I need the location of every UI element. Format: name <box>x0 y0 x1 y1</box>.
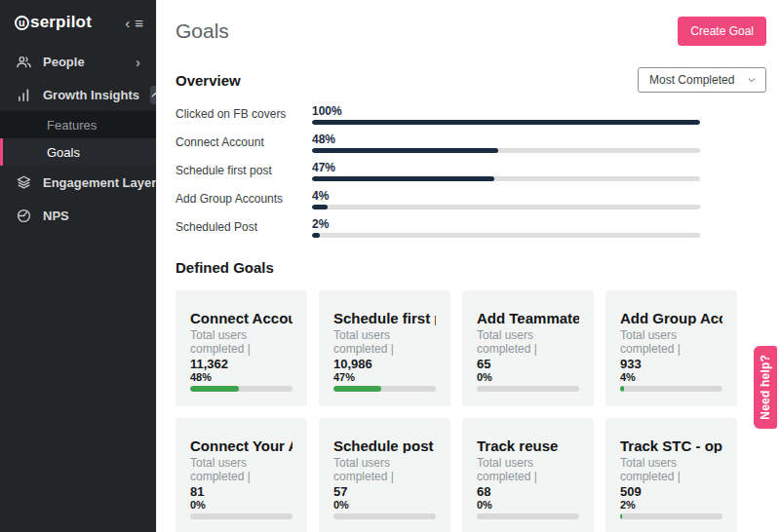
bar: 47% <box>312 161 700 181</box>
goal-card-subtitle: Total users completed | <box>620 456 722 483</box>
goal-percent: 0% <box>477 371 579 383</box>
need-help-tab[interactable]: Need help? <box>754 346 777 429</box>
sidebar-item-growth-insights[interactable]: Growth Insights <box>0 78 156 111</box>
goal-progress: 47% <box>333 371 436 392</box>
progress-track <box>620 513 722 519</box>
goal-progress: 4% <box>620 371 722 392</box>
need-help-label: Need help? <box>759 355 772 420</box>
sidebar-item-goals[interactable]: Goals <box>0 138 156 166</box>
goal-card[interactable]: Track STC - open Total users completed |… <box>605 418 737 532</box>
sidebar-header: userpilot ‹ ≡ <box>0 0 156 45</box>
goal-card-title: Track reuse <box>477 437 579 453</box>
bar-row: Add Group Accounts 4% <box>176 189 700 209</box>
goal-card[interactable]: Track reuse Total users completed | 68 0… <box>462 418 594 532</box>
bar-track <box>312 233 700 238</box>
goal-card[interactable]: Connect Account Total users completed | … <box>176 290 307 406</box>
goal-percent: 4% <box>620 371 722 383</box>
progress-fill <box>620 386 624 392</box>
sidebar-item-engagement-layer[interactable]: Engagement Layer › <box>0 166 156 199</box>
bar: 2% <box>312 217 700 238</box>
sidebar-item-people[interactable]: People › <box>0 45 156 78</box>
bar-label: Schedule first post <box>176 164 312 181</box>
bar-chart-icon <box>15 86 32 103</box>
goal-card-title: Connect Your Acc... <box>190 437 292 453</box>
bar-fill <box>312 148 498 153</box>
gauge-icon <box>15 207 32 224</box>
progress-track <box>333 513 436 519</box>
bar: 4% <box>312 189 700 209</box>
collapse-arrow-icon: ‹ <box>125 16 130 30</box>
goal-progress: 0% <box>477 371 579 392</box>
progress-fill <box>620 513 622 519</box>
defined-goals-heading: Defined Goals <box>176 259 766 276</box>
bar-label: Add Group Accounts <box>176 192 312 209</box>
chevron-down-icon <box>747 75 757 85</box>
goal-card[interactable]: Add Teammates Total users completed | 65… <box>462 290 594 406</box>
goal-card-total: 11,362 <box>190 357 292 371</box>
sidebar-item-label: Engagement Layer <box>43 175 156 190</box>
progress-track <box>477 513 579 519</box>
goal-percent: 0% <box>190 499 292 511</box>
userpilot-logo: userpilot <box>15 13 92 32</box>
sort-dropdown[interactable]: Most Completed <box>638 67 766 93</box>
bar-label: Clicked on FB covers <box>176 107 312 125</box>
bar: 100% <box>312 104 700 125</box>
bar: 48% <box>312 133 700 153</box>
bar-label: Connect Account <box>176 135 312 153</box>
goal-card[interactable]: Connect Your Acc... Total users complete… <box>176 418 307 532</box>
goal-card[interactable]: Schedule first po... Total users complet… <box>319 290 450 406</box>
sidebar-item-label: Goals <box>47 145 80 160</box>
bar-value: 4% <box>312 189 700 203</box>
goal-card-subtitle: Total users completed | <box>190 328 292 356</box>
goal-percent: 47% <box>333 371 436 383</box>
sidebar-collapse-button[interactable]: ‹ ≡ <box>125 16 143 30</box>
goal-card-title: Add Group Accou... <box>620 310 722 325</box>
sidebar-item-nps[interactable]: NPS <box>0 199 156 232</box>
goal-card-total: 81 <box>190 484 292 499</box>
goal-progress: 2% <box>620 499 722 519</box>
create-goal-button[interactable]: Create Goal <box>678 17 766 46</box>
goal-card-subtitle: Total users completed | <box>190 456 292 483</box>
progress-track <box>477 386 579 392</box>
bar-label: Scheduled Post <box>176 220 312 238</box>
sidebar-nav: People › Growth Insights Features Goals <box>0 45 156 232</box>
overview-heading: Overview <box>176 72 241 89</box>
goal-progress: 0% <box>190 499 292 519</box>
sidebar-item-features[interactable]: Features <box>0 111 156 138</box>
logo-u-icon: u <box>15 16 29 30</box>
goal-card-subtitle: Total users completed | <box>620 328 722 356</box>
sidebar: userpilot ‹ ≡ People › Growth Insig <box>0 0 156 532</box>
goal-card-total: 10,986 <box>333 357 436 371</box>
sidebar-item-label: Features <box>47 118 97 133</box>
bar-track <box>312 148 700 153</box>
bar-track <box>312 120 700 125</box>
goal-card-title: Add Teammates <box>477 310 579 325</box>
bar-row: Clicked on FB covers 100% <box>176 104 700 125</box>
sidebar-item-label: Growth Insights <box>43 88 139 102</box>
progress-fill <box>190 386 239 392</box>
goal-progress: 48% <box>190 371 292 392</box>
progress-track <box>190 386 292 392</box>
goal-progress: 0% <box>333 499 436 519</box>
goal-card[interactable]: Add Group Accou... Total users completed… <box>605 290 737 406</box>
growth-insights-submenu: Features Goals <box>0 111 156 166</box>
goal-card-subtitle: Total users completed | <box>333 328 436 356</box>
progress-fill <box>333 386 381 392</box>
overview-bar-chart: Clicked on FB covers 100% Connect Accoun… <box>176 104 700 238</box>
bar-fill <box>312 205 328 209</box>
goal-card-total: 68 <box>477 484 579 499</box>
goal-card-total: 509 <box>620 484 722 499</box>
sidebar-item-label: NPS <box>43 209 146 223</box>
goal-card[interactable]: Schedule post ne... Total users complete… <box>319 418 450 532</box>
progress-track <box>620 386 722 392</box>
bar-value: 48% <box>312 133 700 146</box>
goal-card-subtitle: Total users completed | <box>477 328 579 356</box>
goal-percent: 48% <box>190 371 292 383</box>
layers-icon <box>15 173 32 191</box>
sidebar-item-label: People <box>43 55 125 69</box>
goal-card-title: Connect Account <box>190 310 292 325</box>
overview-header: Overview Most Completed <box>176 67 766 93</box>
bar-track <box>312 176 700 181</box>
goal-percent: 2% <box>620 499 722 511</box>
goal-progress: 0% <box>477 499 579 519</box>
